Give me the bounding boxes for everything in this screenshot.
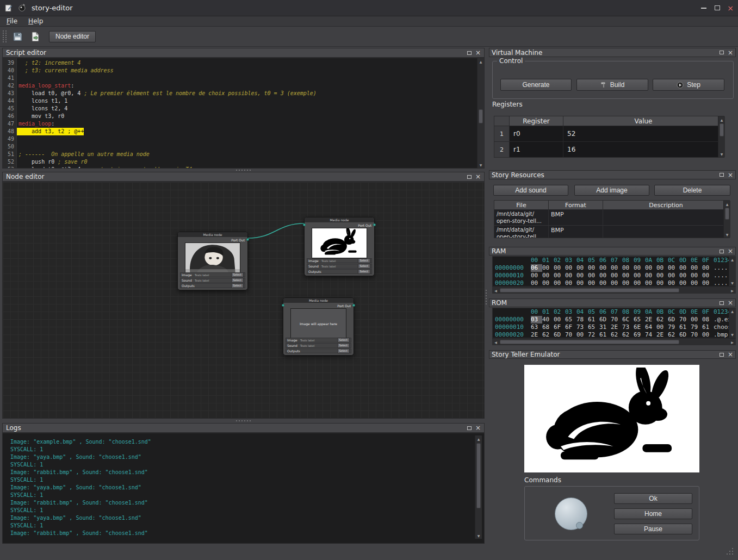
hex-byte[interactable]: 73: [576, 323, 588, 331]
step-button[interactable]: Step: [653, 79, 724, 91]
rom-horizontal-scrollbar[interactable]: ◀ ▶: [492, 338, 736, 345]
minimize-button[interactable]: [697, 2, 710, 14]
hex-byte[interactable]: 79: [691, 323, 702, 331]
scrollbar-handle[interactable]: [720, 123, 724, 136]
media-node[interactable]: Media nodePort OutImageTexts labelSelect…: [304, 217, 375, 276]
hex-byte[interactable]: 2E: [611, 323, 622, 331]
hex-byte[interactable]: 00: [576, 279, 588, 287]
hex-byte[interactable]: 00: [668, 272, 679, 279]
add-sound-button[interactable]: Add sound: [493, 185, 568, 196]
output-port[interactable]: [246, 238, 249, 241]
node-title-bar[interactable]: Media node: [305, 217, 374, 222]
hex-byte[interactable]: 00: [542, 272, 554, 279]
register-row[interactable]: 1r052: [494, 126, 724, 142]
register-row[interactable]: 2r116: [494, 142, 724, 158]
ram-horizontal-scrollbar[interactable]: ◀ ▶: [492, 287, 736, 294]
hex-byte[interactable]: 00: [645, 264, 656, 272]
ram-hex-editor[interactable]: 000102030405060708090A0B0C0D0E0F01234567…: [492, 256, 736, 287]
column-header[interactable]: File: [494, 201, 549, 209]
hex-byte[interactable]: 00: [656, 264, 668, 272]
hex-byte[interactable]: 62: [542, 331, 554, 338]
script-vertical-scrollbar[interactable]: ▲ ▼: [477, 58, 484, 168]
hex-byte[interactable]: 70: [679, 316, 691, 323]
resources-scrollbar[interactable]: ▲ ▼: [723, 201, 730, 238]
hex-byte[interactable]: 6E: [634, 323, 645, 331]
register-value-cell[interactable]: 52: [563, 126, 724, 141]
select-button[interactable]: Select: [358, 269, 370, 274]
hex-byte[interactable]: 00: [588, 264, 599, 272]
scroll-down-icon[interactable]: ▼: [718, 151, 725, 157]
hex-byte[interactable]: 00: [656, 279, 668, 287]
logs-output[interactable]: Image: "example.bmp" , Sound: "choose1.s…: [2, 433, 485, 544]
hex-byte[interactable]: 00: [656, 323, 668, 331]
input-port[interactable]: [303, 223, 306, 226]
float-panel-icon[interactable]: [720, 250, 724, 253]
hex-byte[interactable]: 00: [599, 279, 611, 287]
close-panel-icon[interactable]: ×: [475, 50, 481, 55]
rom-hex-editor[interactable]: 000102030405060708090A0B0C0D0E0F01234567…: [492, 308, 736, 338]
float-panel-icon[interactable]: [467, 426, 472, 430]
select-button[interactable]: Select: [231, 272, 244, 277]
scroll-down-icon[interactable]: ▼: [724, 231, 730, 238]
ram-vertical-scrollbar[interactable]: ▲ ▼: [729, 257, 735, 286]
hex-byte[interactable]: 00: [668, 279, 679, 287]
hex-byte[interactable]: 00: [611, 272, 622, 279]
hex-byte[interactable]: 73: [622, 323, 634, 331]
registers-scrollbar[interactable]: ▲ ▼: [718, 116, 725, 157]
hex-byte[interactable]: 78: [576, 316, 588, 323]
column-header[interactable]: Register: [510, 116, 563, 126]
home-button[interactable]: Home: [614, 508, 692, 519]
hex-byte[interactable]: 00: [702, 272, 714, 279]
scrollbar-handle[interactable]: [479, 109, 483, 123]
hex-byte[interactable]: 06: [531, 264, 542, 272]
hex-byte[interactable]: 00: [634, 272, 645, 279]
hex-byte[interactable]: 69: [634, 331, 645, 338]
hex-byte[interactable]: 00: [656, 272, 668, 279]
delete-button[interactable]: Delete: [654, 185, 730, 196]
hex-byte[interactable]: 6D: [554, 331, 565, 338]
horizontal-splitter[interactable]: [2, 419, 485, 423]
hex-byte[interactable]: 72: [588, 331, 599, 338]
hex-byte[interactable]: 40: [542, 316, 554, 323]
select-button[interactable]: Select: [337, 349, 350, 353]
select-button[interactable]: Select: [358, 258, 370, 263]
scrollbar-handle[interactable]: [500, 340, 679, 344]
float-panel-icon[interactable]: [720, 353, 724, 357]
resources-table[interactable]: FileFormatDescription/mnt/data/git/open-…: [494, 200, 730, 238]
hex-byte[interactable]: 00: [565, 272, 576, 279]
scroll-down-icon[interactable]: ▼: [731, 281, 734, 285]
hex-byte[interactable]: 2E: [656, 331, 668, 338]
scroll-left-icon[interactable]: ◀: [492, 339, 499, 345]
hex-byte[interactable]: 00: [531, 279, 542, 287]
hex-byte[interactable]: 6D: [668, 316, 679, 323]
hex-byte[interactable]: 00: [691, 316, 702, 323]
hex-byte[interactable]: 00: [679, 279, 691, 287]
node-graph-canvas[interactable]: Media nodePort OutImageTexts labelSelect…: [2, 182, 485, 419]
close-panel-icon[interactable]: ×: [475, 174, 481, 179]
hex-byte[interactable]: 2E: [531, 331, 542, 338]
output-port[interactable]: [352, 304, 355, 307]
register-name-cell[interactable]: r1: [510, 142, 563, 157]
hex-byte[interactable]: 00: [576, 272, 588, 279]
scroll-right-icon[interactable]: ▶: [729, 287, 736, 294]
node-title-bar[interactable]: Media node: [178, 232, 247, 237]
hex-byte[interactable]: 6F: [554, 323, 565, 331]
register-value-cell[interactable]: 16: [563, 142, 724, 157]
select-button[interactable]: Select: [358, 264, 370, 269]
hex-byte[interactable]: 00: [668, 264, 679, 272]
hex-byte[interactable]: 70: [691, 331, 702, 338]
hex-byte[interactable]: 65: [588, 323, 599, 331]
save-icon[interactable]: [10, 29, 24, 43]
scroll-up-icon[interactable]: ▲: [724, 201, 730, 207]
logs-vertical-scrollbar[interactable]: ▲ ▼: [475, 435, 482, 539]
hex-byte[interactable]: 6D: [679, 331, 691, 338]
hex-byte[interactable]: 00: [554, 279, 565, 287]
register-name-cell[interactable]: r0: [510, 126, 563, 141]
scroll-left-icon[interactable]: ◀: [492, 287, 499, 294]
window-resize-grip[interactable]: [725, 548, 735, 557]
hex-byte[interactable]: 31: [599, 323, 611, 331]
maximize-button[interactable]: [711, 2, 724, 14]
menu-help[interactable]: Help: [28, 17, 43, 25]
close-panel-icon[interactable]: ×: [728, 300, 733, 306]
scroll-down-icon[interactable]: ▼: [475, 532, 482, 539]
